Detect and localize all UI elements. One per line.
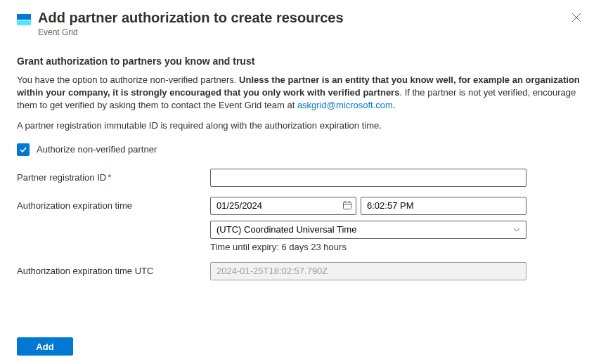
time-until-expiry: Time until expiry: 6 days 23 hours	[210, 242, 526, 252]
contact-email-link[interactable]: askgrid@microsoft.com	[297, 100, 393, 110]
svg-rect-1	[17, 20, 31, 25]
svg-rect-0	[17, 14, 31, 20]
expiration-utc-label: Authorization expiration time UTC	[17, 262, 210, 276]
description-1: You have the option to authorize non-ver…	[17, 74, 584, 112]
calendar-icon[interactable]	[342, 200, 352, 212]
panel-subtitle: Event Grid	[38, 27, 569, 37]
registration-id-input[interactable]	[210, 169, 526, 187]
add-button[interactable]: Add	[17, 337, 73, 356]
timezone-select[interactable]	[210, 221, 526, 239]
expiration-time-label: Authorization expiration time	[17, 197, 210, 211]
expiration-time-input[interactable]	[361, 197, 526, 215]
authorize-nonverified-label: Authorize non-verified partner	[37, 144, 157, 155]
close-icon[interactable]	[569, 10, 584, 27]
checkmark-icon	[19, 145, 27, 154]
panel-title: Add partner authorization to create reso…	[38, 10, 569, 26]
expiration-date-input[interactable]	[210, 197, 356, 215]
event-grid-icon	[17, 13, 31, 27]
section-heading: Grant authorization to partners you know…	[17, 56, 584, 67]
panel-header: Add partner authorization to create reso…	[17, 10, 584, 37]
svg-rect-2	[344, 202, 351, 209]
chevron-down-icon	[512, 226, 521, 236]
authorize-nonverified-checkbox[interactable]	[17, 143, 30, 156]
registration-id-label: Partner registration ID*	[17, 169, 210, 183]
description-2: A partner registration immutable ID is r…	[17, 119, 584, 132]
expiration-utc-input	[210, 262, 526, 280]
desc-post2: .	[393, 100, 396, 110]
desc-pre: You have the option to authorize non-ver…	[17, 74, 239, 85]
